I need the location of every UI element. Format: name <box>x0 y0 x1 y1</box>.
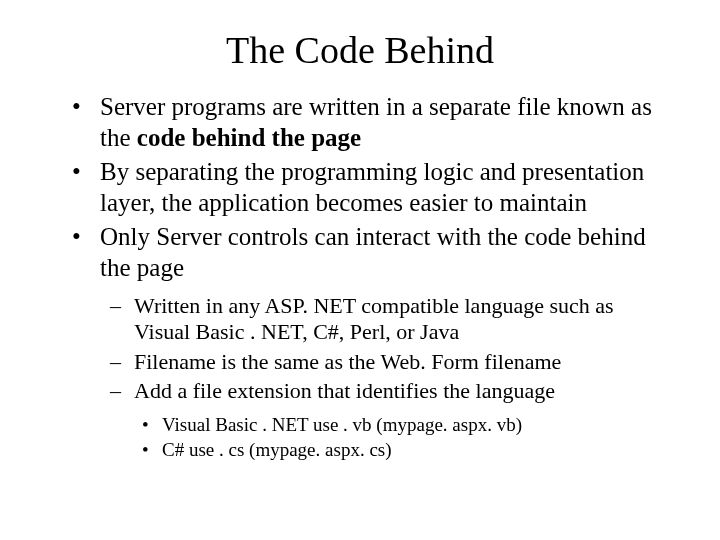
slide-title: The Code Behind <box>50 28 670 72</box>
slide: The Code Behind Server programs are writ… <box>0 0 720 540</box>
bullet-3: Only Server controls can interact with t… <box>72 222 670 283</box>
bullet-list-level3: Visual Basic . NET use . vb (mypage. asp… <box>50 413 670 463</box>
bullet-2: By separating the programming logic and … <box>72 157 670 218</box>
subsub-bullet-1: Visual Basic . NET use . vb (mypage. asp… <box>142 413 670 437</box>
bullet-list-level2: Written in any ASP. NET compatible langu… <box>50 293 670 405</box>
sub-bullet-1: Written in any ASP. NET compatible langu… <box>110 293 670 346</box>
sub-bullet-2: Filename is the same as the Web. Form fi… <box>110 349 670 375</box>
sub-bullet-3: Add a file extension that identifies the… <box>110 378 670 404</box>
bullet-1-text-bold: code behind the page <box>137 124 361 151</box>
bullet-1: Server programs are written in a separat… <box>72 92 670 153</box>
subsub-bullet-2: C# use . cs (mypage. aspx. cs) <box>142 438 670 462</box>
bullet-list-level1: Server programs are written in a separat… <box>50 92 670 283</box>
